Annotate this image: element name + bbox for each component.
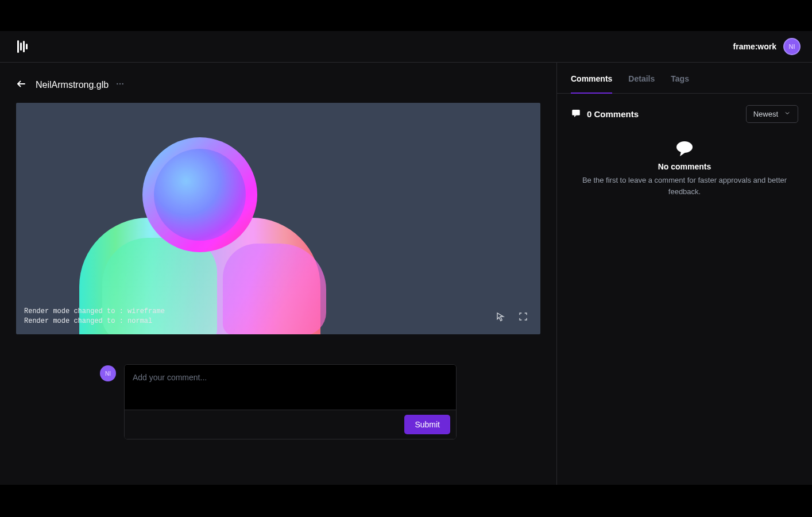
model-viewer[interactable]: Render mode changed to : wireframe Rende… bbox=[16, 103, 540, 334]
comments-count-label: 0 Comments bbox=[587, 109, 639, 119]
letterbox-top bbox=[0, 0, 812, 31]
file-name: NeilArmstrong.glb bbox=[36, 80, 109, 90]
empty-description: Be the first to leave a comment for fast… bbox=[580, 175, 789, 197]
composer-avatar-initials: NI bbox=[105, 371, 111, 377]
svg-point-1 bbox=[117, 83, 118, 84]
app-container: frame:work NI NeilArmstrong.glb bbox=[0, 31, 812, 485]
left-panel: NeilArmstrong.glb Render mode changed to… bbox=[0, 63, 556, 485]
file-header: NeilArmstrong.glb bbox=[16, 79, 540, 91]
more-options-icon[interactable] bbox=[115, 79, 125, 91]
pointer-tool-icon[interactable] bbox=[496, 311, 506, 324]
app-logo[interactable] bbox=[17, 40, 28, 53]
header-right: frame:work NI bbox=[733, 38, 801, 55]
main-layout: NeilArmstrong.glb Render mode changed to… bbox=[0, 63, 812, 485]
comments-header: 0 Comments Newest bbox=[557, 94, 812, 134]
tab-tags[interactable]: Tags bbox=[671, 74, 689, 94]
svg-point-5 bbox=[676, 141, 693, 153]
composer-avatar: NI bbox=[100, 365, 116, 381]
fullscreen-icon[interactable] bbox=[519, 312, 528, 323]
avatar-initials: NI bbox=[789, 43, 795, 50]
comments-count: 0 Comments bbox=[571, 108, 639, 120]
submit-button[interactable]: Submit bbox=[404, 415, 450, 434]
user-avatar[interactable]: NI bbox=[783, 38, 801, 55]
speech-bubble-icon bbox=[580, 140, 789, 156]
workspace-name[interactable]: frame:work bbox=[733, 42, 776, 51]
right-panel: Comments Details Tags 0 Comments Newest bbox=[556, 63, 812, 485]
back-arrow-icon[interactable] bbox=[16, 79, 26, 91]
chevron-down-icon bbox=[784, 110, 791, 118]
empty-comments-state: No comments Be the first to leave a comm… bbox=[557, 134, 812, 203]
logo-bar-4 bbox=[26, 44, 28, 49]
empty-title: No comments bbox=[580, 162, 789, 171]
sort-dropdown[interactable]: Newest bbox=[746, 105, 798, 123]
svg-point-3 bbox=[122, 83, 123, 84]
sort-label: Newest bbox=[753, 110, 778, 118]
comment-bubble-icon bbox=[571, 108, 581, 120]
render-log: Render mode changed to : wireframe Rende… bbox=[24, 307, 165, 326]
log-line: Render mode changed to : normal bbox=[24, 317, 165, 326]
comment-composer: NI Submit bbox=[16, 364, 540, 439]
composer-footer: Submit bbox=[125, 410, 456, 439]
logo-bar-1 bbox=[17, 40, 19, 53]
log-line: Render mode changed to : wireframe bbox=[24, 307, 165, 317]
logo-bar-3 bbox=[23, 41, 25, 52]
tab-details[interactable]: Details bbox=[628, 74, 655, 94]
logo-bar-2 bbox=[20, 43, 22, 51]
letterbox-bottom bbox=[0, 485, 812, 517]
svg-rect-4 bbox=[572, 110, 580, 115]
app-header: frame:work NI bbox=[0, 31, 812, 63]
composer-box: Submit bbox=[124, 364, 457, 439]
svg-point-2 bbox=[119, 83, 121, 84]
sidebar-tabs: Comments Details Tags bbox=[557, 63, 812, 94]
comment-textarea[interactable] bbox=[125, 365, 456, 407]
tab-comments[interactable]: Comments bbox=[571, 74, 612, 94]
viewer-controls bbox=[496, 311, 528, 324]
